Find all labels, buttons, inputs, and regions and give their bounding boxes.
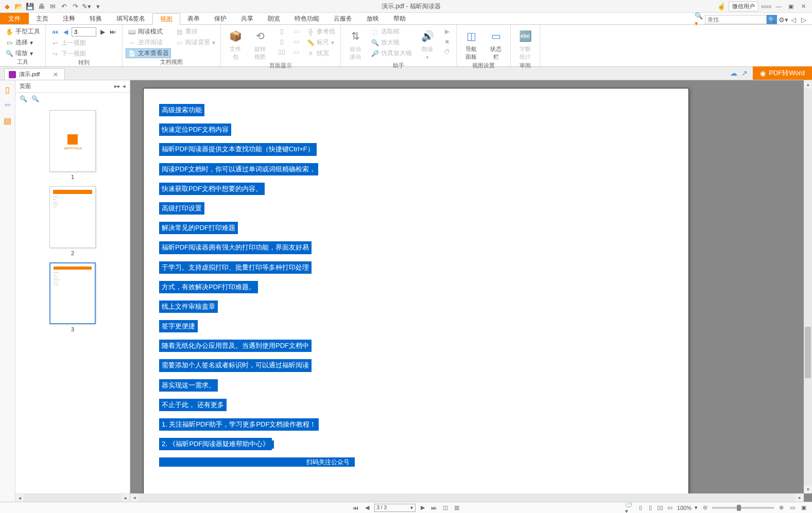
pages-strip-icon[interactable]: ▫▫ [3, 100, 13, 110]
audio-rate[interactable]: ⏱ [441, 47, 453, 57]
tab-protect[interactable]: 保护 [207, 13, 234, 24]
text-line[interactable]: 签字更便捷 [159, 320, 198, 332]
select-tool[interactable]: ▭选择▾ [3, 38, 42, 47]
fit-width-icon[interactable]: ▭ [788, 504, 797, 512]
document-tab[interactable]: 演示.pdf ✕ [4, 68, 65, 80]
tab-cloud[interactable]: 云服务 [326, 13, 359, 24]
magnifier[interactable]: 🔍放大镜 [369, 38, 414, 47]
zoom-in-icon[interactable]: ⊕ [777, 504, 785, 512]
tab-share[interactable]: 共享 [234, 13, 261, 24]
status-bar-toggle[interactable]: ▭状态 栏 [485, 27, 507, 62]
search-button[interactable]: 🔍 [767, 15, 777, 24]
text-line[interactable]: 不止于此， 还有更多 [159, 399, 227, 411]
layout-c-icon[interactable]: ▭ [290, 47, 302, 57]
zoom-out-icon[interactable]: ⊖ [701, 504, 709, 512]
thumbnail-item[interactable]: 福昕PDF阅读器 1 [15, 110, 130, 180]
tab-help[interactable]: 帮助 [386, 13, 413, 24]
layout-single-icon[interactable]: ▯ [275, 27, 288, 36]
prev-result-icon[interactable]: ◁ [789, 15, 798, 24]
cloud-icon[interactable]: ☁ [730, 69, 737, 77]
text-line[interactable]: 2. 《福昕PDF阅读器疑难帮助中心》 [159, 438, 272, 450]
open-icon[interactable]: 📂 [14, 2, 23, 10]
read-mode[interactable]: 📖阅读模式 [126, 27, 171, 37]
reverse-read[interactable]: ↔逆序阅读 [126, 38, 171, 47]
highlighted-band[interactable]: 扫码关注公众号 [159, 457, 355, 467]
expand-icon[interactable]: ▸▸ [114, 83, 120, 90]
line-width[interactable]: ≡线宽 [304, 48, 337, 58]
text-line[interactable]: 随着无纸化办公应用普及。当遇到使用PDF文档中 [159, 340, 312, 352]
fit-page-icon[interactable]: ▣ [800, 504, 808, 512]
page-canvas[interactable]: 高级搜索功能 快速定位PDF文档内容 福昕PDF阅读器提供文本查找功能（快捷键C… [143, 88, 689, 502]
rearrange[interactable]: ▤重排 [173, 27, 217, 37]
chevron-down-icon[interactable]: ▾ [695, 504, 698, 511]
scroll-up-icon[interactable]: ▴ [804, 80, 812, 89]
pdf-to-word-button[interactable]: ◉ PDF转Word [753, 66, 812, 80]
maximize-button[interactable]: ▣ [786, 2, 796, 10]
zoom-slider-handle[interactable] [737, 505, 741, 511]
comments-strip-icon[interactable]: ▤ [3, 115, 13, 126]
page-number-input[interactable] [72, 27, 96, 37]
thumb-zoom-out-icon[interactable]: 🔍 [31, 95, 39, 102]
audio-prev[interactable]: ■ [441, 37, 453, 46]
ruler[interactable]: 📏标尺▾ [304, 38, 337, 47]
text-line[interactable]: 福昕PDF阅读器拥有强大的打印功能，界面友好易 [159, 241, 312, 254]
sb-view-single-icon[interactable]: ▯ [636, 504, 645, 512]
read-aloud[interactable]: 🔊朗读▾ [416, 27, 439, 62]
print-icon[interactable]: 🖶 [37, 2, 45, 10]
tab-read[interactable]: 朗览 [261, 13, 287, 24]
rotate-view[interactable]: ⟲旋转 视图 [249, 27, 271, 62]
text-line[interactable]: 阅读PDF文档时，你可以通过单词或词组精确检索， [159, 163, 318, 175]
sb-next-page-icon[interactable]: ▶ [419, 504, 427, 512]
zoom-slider[interactable] [712, 507, 774, 509]
text-line[interactable]: 高级打印设置 [159, 202, 204, 215]
text-line[interactable]: 快速定位PDF文档内容 [159, 123, 231, 136]
selection-caret[interactable] [271, 440, 274, 449]
search-scope-icon[interactable]: 🔍▾ [695, 15, 703, 24]
text-line[interactable]: 快速获取PDF文档中想要的内容。 [159, 183, 265, 195]
bookmark-strip-icon[interactable]: ▯ [3, 84, 13, 95]
horizontal-scrollbar[interactable]: ◂ ▸ [130, 493, 804, 502]
read-bg[interactable]: ▭阅读背景▾ [173, 38, 217, 47]
sb-view-facing-icon[interactable]: ▯▯ [656, 504, 664, 512]
sb-split-b-icon[interactable]: ▥ [453, 504, 461, 512]
thumbnail-hscroll[interactable]: ◂ ▸ [15, 493, 130, 502]
text-line[interactable]: 福昕PDF阅读器提供文本查找功能（快捷键Ctrl+F） [159, 143, 317, 155]
guide-line[interactable]: ╬参考线 [304, 27, 337, 37]
prev-page-icon[interactable]: ◀ [61, 28, 70, 36]
sb-view-cover-icon[interactable]: ▭ [666, 504, 674, 512]
thumbnail-item[interactable]: ━━━━━━━━━━━━━━━━━━━━━━ 2 [15, 186, 130, 256]
scroll-left-icon[interactable]: ◂ [130, 493, 139, 502]
text-line[interactable]: 器实现这一需求。 [159, 379, 218, 392]
layout-a-icon[interactable]: ▭ [290, 27, 302, 36]
text-line[interactable]: 1. 关注福昕PDF助手，学习更多PDF文档操作教程！ [159, 418, 319, 431]
auto-scroll[interactable]: ⇅自动 滚动 [344, 27, 367, 62]
sb-last-page-icon[interactable]: ⏭ [430, 504, 438, 512]
tab-home[interactable]: 主页 [29, 13, 56, 24]
scroll-thumb[interactable] [805, 327, 811, 378]
text-line[interactable]: 解决常见的PDF打印难题 [159, 222, 238, 234]
ribbon-toggle-icon[interactable]: ▭▭ [762, 2, 771, 10]
next-page-icon[interactable]: ▶ [98, 28, 107, 36]
layout-continuous-icon[interactable]: ▯ [275, 37, 288, 46]
thumbnail-item[interactable]: ━━━━━━━━━━━━━━━━━━━━━━━━━━━ 3 [15, 262, 130, 332]
scroll-track[interactable] [24, 494, 122, 502]
layout-b-icon[interactable]: ▭ [290, 37, 302, 46]
email-icon[interactable]: ✉ [48, 2, 57, 10]
collapse-panel-icon[interactable]: ◂ [123, 83, 126, 90]
thumb-zoom-in-icon[interactable]: 🔍 [20, 95, 27, 102]
qat-dropdown-icon[interactable]: ▾ [94, 2, 102, 10]
text-viewer[interactable]: 📄文本查看器 [126, 48, 171, 58]
text-line[interactable]: 线上文件审核盖章 [159, 300, 218, 313]
tab-special[interactable]: 特色功能 [287, 13, 326, 24]
search-box[interactable] [705, 15, 767, 24]
scroll-right-icon[interactable]: ▸ [122, 494, 130, 502]
marquee[interactable]: ⬚选取框 [369, 27, 414, 37]
close-button[interactable]: ✕ [799, 2, 808, 10]
save-icon[interactable]: 💾 [26, 2, 34, 10]
tab-comment[interactable]: 注释 [56, 13, 82, 24]
wechat-user-button[interactable]: 微信用户 [729, 2, 758, 11]
file-tab[interactable]: 文件 [0, 13, 29, 24]
undo-icon[interactable]: ↶ [60, 2, 68, 10]
sb-page-indicator[interactable]: 3 / 3▾ [374, 504, 416, 512]
text-line[interactable]: 方式，有效解决PDF打印难题。 [159, 281, 258, 293]
